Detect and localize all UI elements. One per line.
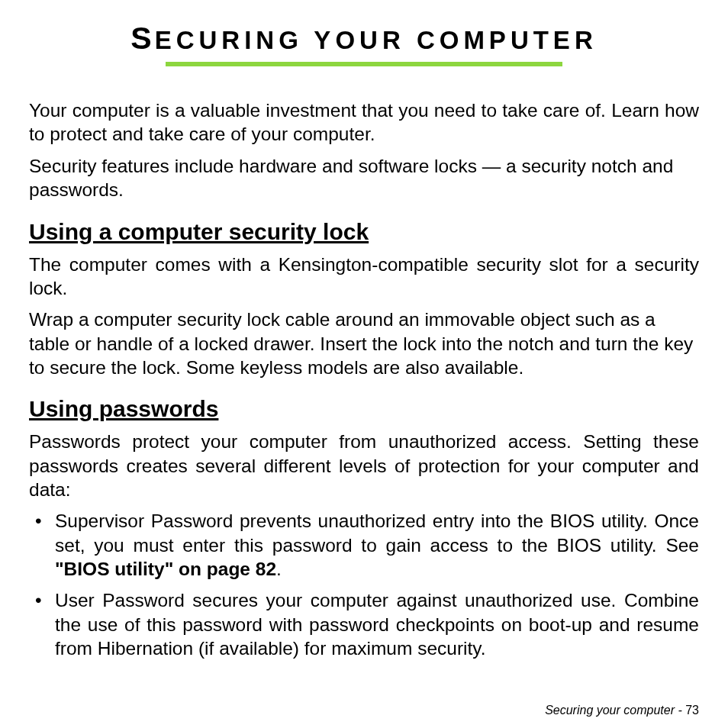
bullet-text-pre: Supervisor Password prevents unauthorize… [55, 511, 699, 555]
bullet-text-post: . [276, 559, 282, 579]
title-underline [166, 62, 562, 66]
section-heading-passwords: Using passwords [29, 396, 699, 422]
security-lock-paragraph-2: Wrap a computer security lock cable arou… [29, 308, 699, 379]
section-heading-security-lock: Using a computer security lock [29, 219, 699, 245]
title-rest: ECURING YOUR COMPUTER [155, 26, 598, 54]
passwords-bullet-list: Supervisor Password prevents unauthorize… [29, 509, 699, 660]
intro-paragraph-1: Your computer is a valuable investment t… [29, 98, 699, 147]
intro-paragraph-2: Security features include hardware and s… [29, 154, 699, 202]
bullet-text-pre: User Password secures your computer agai… [55, 590, 699, 659]
passwords-paragraph-1: Passwords protect your computer from una… [29, 430, 699, 501]
bullet-text-bold: "BIOS utility" on page 82 [55, 559, 276, 579]
page-footer: Securing your computer - 73 [545, 704, 699, 717]
page-title: SECURING YOUR COMPUTER [29, 21, 699, 56]
list-item: User Password secures your computer agai… [29, 588, 699, 660]
list-item: Supervisor Password prevents unauthorize… [29, 509, 699, 581]
footer-label: Securing your computer - [545, 704, 685, 717]
security-lock-paragraph-1: The computer comes with a Kensington-com… [29, 253, 699, 301]
footer-page-number: 73 [685, 704, 699, 717]
document-page: SECURING YOUR COMPUTER Your computer is … [0, 0, 728, 728]
title-initial: S [130, 21, 154, 56]
